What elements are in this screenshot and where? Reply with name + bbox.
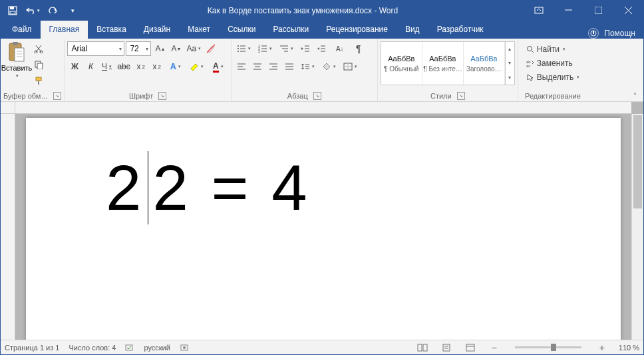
justify-button[interactable] (282, 59, 297, 74)
svg-rect-19 (37, 63, 43, 69)
group-paragraph: ▾ 123▾ ▾ A↓ ¶ ▾ ▾ ▾ Абзац↘ (232, 39, 378, 101)
status-page[interactable]: Страница 1 из 1 (5, 344, 59, 352)
tab-developer[interactable]: Разработчик (428, 21, 492, 39)
document-page[interactable]: 22 = 4 (26, 118, 621, 340)
subscript-button[interactable]: x2 (134, 59, 148, 74)
svg-text:3: 3 (258, 49, 260, 53)
shrink-font-button[interactable]: A▾ (168, 41, 183, 56)
group-font: Arial▾ 72▾ A▴ A▾ Aa▾ Ж К Ч▾ abc x2 x2 A▾… (65, 39, 231, 101)
bullets-button[interactable]: ▾ (234, 41, 254, 56)
tab-layout[interactable]: Макет (179, 21, 219, 39)
clear-formatting-button[interactable] (204, 41, 219, 56)
status-word-count[interactable]: Число слов: 4 (69, 344, 116, 352)
paragraph-launcher[interactable]: ↘ (313, 92, 321, 100)
font-color-button[interactable]: A▾ (208, 59, 228, 74)
clipboard-launcher[interactable]: ↘ (53, 92, 61, 100)
paste-button[interactable]: Вставить ▾ (3, 41, 30, 79)
ruler-corner (1, 102, 15, 114)
font-launcher[interactable]: ↘ (158, 92, 166, 100)
tell-me-icon[interactable] (588, 28, 599, 39)
svg-point-23 (238, 45, 239, 47)
collapse-ribbon-button[interactable]: ˄ (630, 91, 639, 100)
minimize-button[interactable] (554, 1, 583, 20)
italic-button[interactable]: К (83, 59, 98, 74)
maximize-button[interactable] (583, 1, 613, 20)
multilevel-list-button[interactable]: ▾ (277, 41, 297, 56)
zoom-out-button[interactable]: − (487, 342, 502, 354)
zoom-in-button[interactable]: + (595, 342, 609, 354)
tab-insert[interactable]: Вставка (88, 21, 135, 39)
vertical-scrollbar[interactable] (631, 114, 643, 340)
svg-rect-2 (10, 11, 15, 14)
zoom-level[interactable]: 110 % (619, 344, 639, 352)
align-center-button[interactable] (250, 59, 265, 74)
align-left-button[interactable] (234, 59, 249, 74)
copy-button[interactable] (31, 57, 46, 72)
view-read-mode[interactable] (415, 342, 430, 354)
superscript-button[interactable]: x2 (150, 59, 164, 74)
status-macro[interactable] (180, 344, 189, 352)
styles-gallery-more[interactable]: ▴▾▾ (505, 42, 514, 85)
page-viewport: 22 = 4 (15, 114, 631, 340)
format-painter-button[interactable] (31, 73, 46, 88)
borders-button[interactable]: ▾ (341, 59, 361, 74)
zoom-slider[interactable] (515, 346, 581, 348)
replace-button[interactable]: abacЗаменить (524, 57, 582, 70)
zoom-slider-thumb[interactable] (551, 344, 556, 351)
highlight-button[interactable]: ▾ (187, 59, 207, 74)
increase-indent-button[interactable] (314, 41, 329, 56)
style-normal[interactable]: АаБбВв¶ Обычный (381, 42, 422, 85)
undo-button[interactable]: ▾ (23, 3, 42, 19)
status-language[interactable]: русский (144, 344, 170, 352)
grow-font-button[interactable]: A▴ (152, 41, 167, 56)
select-button[interactable]: Выделить▾ (524, 71, 582, 84)
tab-file[interactable]: Файл (3, 21, 41, 39)
svg-point-62 (527, 47, 532, 51)
underline-button[interactable]: Ч▾ (99, 59, 114, 74)
shading-button[interactable]: ▾ (319, 59, 339, 74)
change-case-button[interactable]: Aa▾ (184, 41, 203, 56)
svg-rect-71 (443, 344, 450, 351)
strikethrough-button[interactable]: abc (115, 59, 132, 74)
group-editing: Найти▾ abacЗаменить Выделить▾ Редактиров… (518, 39, 587, 101)
svg-rect-1 (10, 7, 14, 9)
text-effects-button[interactable]: A▾ (166, 59, 186, 74)
numbering-button[interactable]: 123▾ (255, 41, 275, 56)
ribbon-options-button[interactable] (524, 1, 554, 20)
font-size-combo[interactable]: 72▾ (126, 41, 151, 56)
show-marks-button[interactable]: ¶ (351, 41, 366, 56)
decrease-indent-button[interactable] (298, 41, 313, 56)
status-spellcheck[interactable] (125, 343, 134, 352)
horizontal-ruler[interactable] (15, 102, 631, 114)
tab-review[interactable]: Рецензирование (317, 21, 397, 39)
vertical-ruler[interactable] (1, 114, 15, 340)
bold-button[interactable]: Ж (67, 59, 82, 74)
styles-launcher[interactable]: ↘ (457, 92, 465, 100)
style-heading1[interactable]: АаБбВвЗаголово… (464, 42, 505, 85)
document-content[interactable]: 22 = 4 (26, 118, 621, 224)
qat-customize-button[interactable]: ▾ (63, 3, 82, 19)
tab-design[interactable]: Дизайн (135, 21, 179, 39)
find-button[interactable]: Найти▾ (524, 43, 582, 56)
scrollbar-thumb[interactable] (633, 115, 642, 208)
close-button[interactable] (613, 1, 643, 20)
save-button[interactable] (3, 3, 22, 19)
svg-rect-74 (466, 344, 474, 351)
view-print-layout[interactable] (439, 342, 454, 354)
tab-view[interactable]: Вид (397, 21, 428, 39)
statusbar: Страница 1 из 1 Число слов: 4 русский − … (1, 340, 643, 354)
redo-button[interactable] (43, 3, 62, 19)
svg-rect-5 (595, 7, 602, 14)
view-web-layout[interactable] (463, 342, 478, 354)
sort-button[interactable]: A↓ (330, 41, 350, 56)
tab-home[interactable]: Главная (41, 21, 88, 39)
tell-me-label[interactable]: Помощн (604, 29, 635, 38)
align-right-button[interactable] (266, 59, 281, 74)
quick-access-toolbar: ▾ ▾ (1, 3, 82, 19)
tab-references[interactable]: Ссылки (219, 21, 264, 39)
tab-mailings[interactable]: Рассылки (264, 21, 317, 39)
line-spacing-button[interactable]: ▾ (298, 59, 318, 74)
style-no-spacing[interactable]: АаБбВв¶ Без инте… (422, 42, 464, 85)
cut-button[interactable] (31, 41, 46, 56)
font-name-combo[interactable]: Arial▾ (67, 41, 124, 56)
